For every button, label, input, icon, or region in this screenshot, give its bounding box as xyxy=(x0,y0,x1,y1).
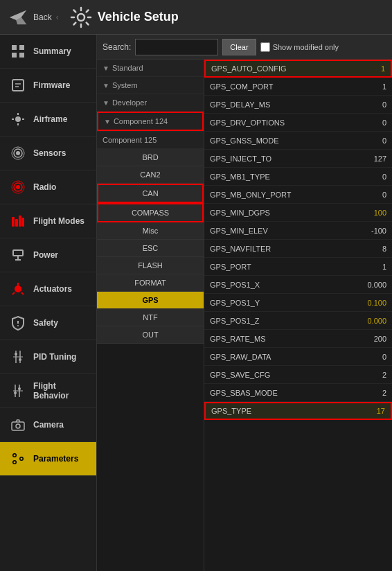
param-row-gps-delay-ms[interactable]: GPS_DELAY_MS 0 xyxy=(204,96,392,114)
sidebar-item-summary[interactable]: Summary xyxy=(0,35,96,69)
show-modified-checkbox[interactable] xyxy=(260,42,270,52)
param-row-gps-pos1-z[interactable]: GPS_POS1_Z 0.000 xyxy=(204,312,392,330)
component-header-124[interactable]: ▼ Component 124 xyxy=(97,112,204,131)
param-name-gps-min-dgps: GPS_MIN_DGPS xyxy=(210,209,359,217)
sidebar-item-actuators[interactable]: Actuators xyxy=(0,272,96,306)
component-item-format[interactable]: FORMAT xyxy=(97,274,204,292)
show-modified-label[interactable]: Show modified only xyxy=(260,42,339,52)
sidebar-item-pid-tuning[interactable]: PID Tuning xyxy=(0,340,96,374)
sidebar-label-firmware: Firmware xyxy=(33,80,70,90)
param-name-gps-gnss-mode: GPS_GNSS_MODE xyxy=(210,137,359,145)
param-name-gps-rate-ms: GPS_RATE_MS xyxy=(210,335,359,343)
sidebar-item-flight-behavior[interactable]: Flight Behavior xyxy=(0,374,96,408)
component-item-ntf[interactable]: NTF xyxy=(97,309,204,326)
param-row-gps-gnss-mode[interactable]: GPS_GNSS_MODE 0 xyxy=(204,132,392,150)
param-row-gps-navfilter[interactable]: GPS_NAVFILTER 8 xyxy=(204,240,392,258)
show-modified-text: Show modified only xyxy=(273,43,339,51)
param-row-gps-mb-only-port[interactable]: GPS_MB_ONLY_PORT 0 xyxy=(204,186,392,204)
component-header-system[interactable]: ▼ System xyxy=(97,77,204,94)
sidebar-label-power: Power xyxy=(33,250,58,260)
component-group-system: ▼ System xyxy=(97,77,204,94)
component-header-developer[interactable]: ▼ Developer xyxy=(97,94,204,111)
back-label: Back xyxy=(33,12,52,22)
component-item-gps[interactable]: GPS xyxy=(97,292,204,309)
param-name-gps-save-cfg: GPS_SAVE_CFG xyxy=(210,371,359,379)
component-item-misc[interactable]: Misc xyxy=(97,222,204,240)
param-value-gps-sbas-mode: 2 xyxy=(359,389,386,397)
component-item-brd[interactable]: BRD xyxy=(97,149,204,166)
sidebar-label-safety: Safety xyxy=(33,318,58,328)
search-input[interactable] xyxy=(135,39,218,55)
param-name-gps-min-elev: GPS_MIN_ELEV xyxy=(210,227,359,235)
component-item-out[interactable]: OUT xyxy=(97,326,204,344)
component-label-standard: Standard xyxy=(112,64,143,72)
param-row-gps-auto-config[interactable]: GPS_AUTO_CONFIG 1 xyxy=(204,60,392,78)
param-value-gps-mb1-type: 0 xyxy=(359,173,386,181)
clear-button[interactable]: Clear xyxy=(222,39,256,55)
svg-point-51 xyxy=(14,462,16,464)
param-row-gps-save-cfg[interactable]: GPS_SAVE_CFG 2 xyxy=(204,366,392,384)
param-name-gps-navfilter: GPS_NAVFILTER xyxy=(210,245,359,253)
component-header-standard[interactable]: ▼ Standard xyxy=(97,60,204,76)
sidebar-label-actuators: Actuators xyxy=(33,284,72,294)
component-group-standard: ▼ Standard xyxy=(97,60,204,77)
param-row-gps-inject-to[interactable]: GPS_INJECT_TO 127 xyxy=(204,150,392,168)
param-row-gps-rate-ms[interactable]: GPS_RATE_MS 200 xyxy=(204,330,392,348)
param-row-gps-com-port[interactable]: GPS_COM_PORT 1 xyxy=(204,78,392,96)
camera-icon xyxy=(8,415,28,434)
component-label-developer: Developer xyxy=(112,98,147,107)
param-row-gps-drv-options[interactable]: GPS_DRV_OPTIONS 0 xyxy=(204,114,392,132)
param-value-gps-inject-to: 127 xyxy=(359,155,386,163)
svg-rect-4 xyxy=(19,45,24,50)
sidebar-item-radio[interactable]: Radio xyxy=(0,170,96,204)
param-row-gps-min-dgps[interactable]: GPS_MIN_DGPS 100 xyxy=(204,204,392,222)
component-item-flash[interactable]: FLASH xyxy=(97,257,204,274)
sidebar-item-flight-modes[interactable]: Flight Modes xyxy=(0,204,96,238)
param-name-gps-drv-options: GPS_DRV_OPTIONS xyxy=(210,118,359,127)
param-row-gps-mb1-type[interactable]: GPS_MB1_TYPE 0 xyxy=(204,168,392,186)
actuators-icon xyxy=(8,279,28,299)
back-button[interactable]: Back ‹ xyxy=(8,8,63,27)
sidebar-label-flight-behavior: Flight Behavior xyxy=(33,381,88,401)
param-value-gps-drv-options: 0 xyxy=(359,118,386,127)
param-row-gps-type[interactable]: GPS_TYPE 17 xyxy=(204,402,392,420)
param-row-gps-min-elev[interactable]: GPS_MIN_ELEV -100 xyxy=(204,222,392,240)
svg-line-31 xyxy=(12,292,15,295)
component-label-system: System xyxy=(112,81,138,89)
sidebar-item-sensors[interactable]: Sensors xyxy=(0,137,96,170)
param-name-gps-auto-config: GPS_AUTO_CONFIG xyxy=(211,64,357,73)
component-item-can2[interactable]: CAN2 xyxy=(97,166,204,184)
param-row-gps-sbas-mode[interactable]: GPS_SBAS_MODE 2 xyxy=(204,384,392,402)
param-row-gps-raw-data[interactable]: GPS_RAW_DATA 0 xyxy=(204,348,392,366)
sidebar-item-parameters[interactable]: Parameters xyxy=(0,442,96,476)
param-row-gps-pos1-x[interactable]: GPS_POS1_X 0.000 xyxy=(204,276,392,294)
arrow-developer: ▼ xyxy=(103,99,109,107)
sidebar-item-safety[interactable]: Safety xyxy=(0,306,96,340)
sidebar-label-pid-tuning: PID Tuning xyxy=(33,352,76,362)
sidebar-item-firmware[interactable]: Firmware xyxy=(0,69,96,103)
param-value-gps-mb-only-port: 0 xyxy=(359,191,386,199)
component-group-developer: ▼ Developer xyxy=(97,94,204,112)
param-name-gps-type: GPS_TYPE xyxy=(211,407,357,415)
sidebar-item-camera[interactable]: Camera xyxy=(0,408,96,442)
sidebar-item-airframe[interactable]: Airframe xyxy=(0,103,96,137)
sidebar-label-airframe: Airframe xyxy=(33,114,67,124)
param-name-gps-com-port: GPS_COM_PORT xyxy=(210,82,359,91)
component-item-compass[interactable]: COMPASS xyxy=(97,203,204,222)
sidebar-label-flight-modes: Flight Modes xyxy=(33,216,84,226)
sidebar-label-camera: Camera xyxy=(33,420,64,430)
component-item-can[interactable]: CAN xyxy=(97,184,204,203)
param-value-gps-min-dgps: 100 xyxy=(359,209,386,217)
component-item-esc[interactable]: ESC xyxy=(97,240,204,257)
toolbar: Search: Clear Show modified only xyxy=(97,35,392,60)
sidebar-item-power[interactable]: Power xyxy=(0,238,96,272)
arrow-system: ▼ xyxy=(103,82,109,89)
param-row-gps-pos1-y[interactable]: GPS_POS1_Y 0.100 xyxy=(204,294,392,312)
svg-rect-44 xyxy=(12,422,24,430)
param-value-gps-pos1-x: 0.000 xyxy=(359,281,386,289)
component-group-124: ▼ Component 124 xyxy=(97,112,204,132)
left-panel: ▼ Standard ▼ System ▼ Developer xyxy=(97,60,204,571)
sidebar-label-sensors: Sensors xyxy=(33,148,66,158)
param-row-gps-port[interactable]: GPS_PORT 1 xyxy=(204,258,392,276)
component-header-125[interactable]: Component 125 xyxy=(97,132,204,148)
